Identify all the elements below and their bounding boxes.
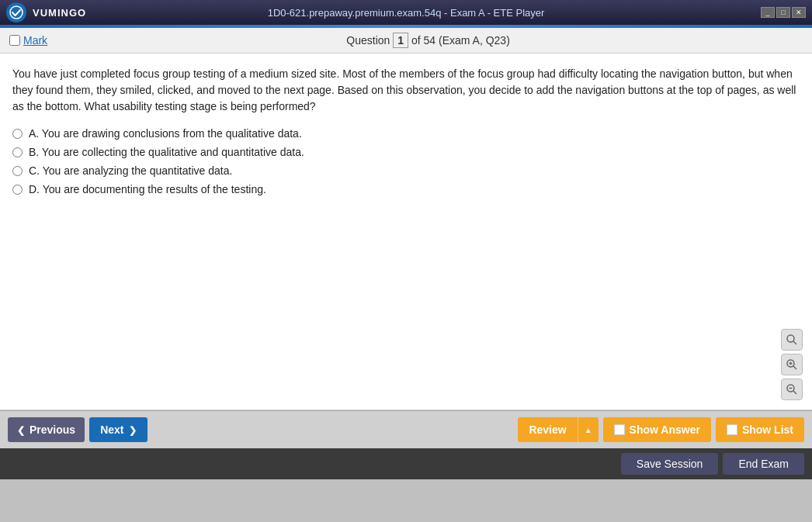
question-total: of 54 (Exam A, Q23) bbox=[411, 34, 510, 47]
next-button[interactable]: Next bbox=[89, 417, 147, 442]
zoom-in-icon bbox=[786, 358, 798, 371]
title-bar-left: VUMINGO bbox=[6, 2, 86, 22]
logo-text: VUMINGO bbox=[33, 7, 86, 19]
answer-option-b[interactable]: B. You are collecting the qualitative an… bbox=[12, 146, 800, 158]
maximize-button[interactable]: □ bbox=[776, 7, 790, 18]
svg-line-2 bbox=[793, 341, 796, 344]
nav-bar: Previous Next Review Show Answer Show Li… bbox=[0, 410, 812, 448]
save-session-button[interactable]: Save Session bbox=[621, 453, 719, 475]
zoom-out-button[interactable] bbox=[781, 379, 803, 400]
answers-container: A. You are drawing conclusions from the … bbox=[12, 127, 800, 195]
question-label: Question bbox=[346, 34, 390, 47]
radio-a[interactable] bbox=[12, 129, 23, 139]
answer-text-a: A. You are drawing conclusions from the … bbox=[29, 127, 302, 140]
answer-option-d[interactable]: D. You are documenting the results of th… bbox=[12, 183, 800, 195]
search-icon bbox=[786, 334, 798, 346]
review-group: Review bbox=[518, 417, 598, 442]
answer-text-d: D. You are documenting the results of th… bbox=[29, 183, 266, 195]
previous-button[interactable]: Previous bbox=[8, 417, 85, 442]
window-controls: _ □ ✕ bbox=[761, 7, 806, 18]
main-content: You have just completed focus group test… bbox=[0, 54, 812, 410]
question-text: You have just completed focus group test… bbox=[12, 66, 800, 115]
answer-option-a[interactable]: A. You are drawing conclusions from the … bbox=[12, 127, 800, 140]
radio-b[interactable] bbox=[12, 147, 23, 157]
question-number: 1 bbox=[393, 33, 408, 48]
zoom-controls bbox=[781, 329, 803, 400]
show-list-button[interactable]: Show List bbox=[716, 417, 804, 442]
show-list-label: Show List bbox=[742, 423, 793, 436]
mark-check-input[interactable] bbox=[9, 35, 20, 46]
radio-d[interactable] bbox=[12, 185, 23, 195]
radio-c[interactable] bbox=[12, 166, 23, 176]
zoom-out-icon bbox=[786, 383, 798, 396]
toolbar: Mark Question 1 of 54 (Exam A, Q23) bbox=[0, 28, 812, 54]
question-info: Question 1 of 54 (Exam A, Q23) bbox=[346, 33, 509, 48]
end-exam-button[interactable]: End Exam bbox=[723, 453, 804, 475]
svg-line-6 bbox=[793, 366, 796, 369]
prev-chevron-icon bbox=[17, 423, 25, 436]
show-list-checkbox-icon bbox=[727, 424, 737, 435]
search-button[interactable] bbox=[781, 329, 803, 351]
answer-option-c[interactable]: C. You are analyzing the quantitative da… bbox=[12, 164, 800, 177]
show-answer-label: Show Answer bbox=[630, 423, 700, 436]
show-answer-button[interactable]: Show Answer bbox=[603, 417, 711, 442]
previous-label: Previous bbox=[29, 423, 75, 436]
mark-label: Mark bbox=[23, 34, 47, 47]
close-button[interactable]: ✕ bbox=[792, 7, 806, 18]
next-label: Next bbox=[100, 423, 123, 436]
zoom-in-button[interactable] bbox=[781, 354, 803, 375]
svg-point-1 bbox=[787, 335, 794, 342]
minimize-button[interactable]: _ bbox=[761, 7, 775, 18]
mark-checkbox[interactable]: Mark bbox=[9, 34, 47, 47]
review-label: Review bbox=[529, 423, 566, 436]
title-bar: VUMINGO 1D0-621.prepaway.premium.exam.54… bbox=[0, 0, 812, 25]
show-answer-checkbox-icon bbox=[614, 424, 625, 435]
answer-text-b: B. You are collecting the qualitative an… bbox=[29, 146, 304, 158]
caret-up-icon bbox=[585, 424, 592, 435]
svg-line-9 bbox=[793, 391, 796, 394]
window-title: 1D0-621.prepaway.premium.exam.54q - Exam… bbox=[268, 7, 545, 19]
review-button[interactable]: Review bbox=[518, 417, 577, 442]
review-caret-button[interactable] bbox=[578, 417, 599, 442]
answer-text-c: C. You are analyzing the quantitative da… bbox=[29, 164, 232, 177]
logo-icon bbox=[6, 2, 26, 22]
next-chevron-icon bbox=[129, 423, 137, 436]
action-bar: Save Session End Exam bbox=[0, 448, 812, 479]
